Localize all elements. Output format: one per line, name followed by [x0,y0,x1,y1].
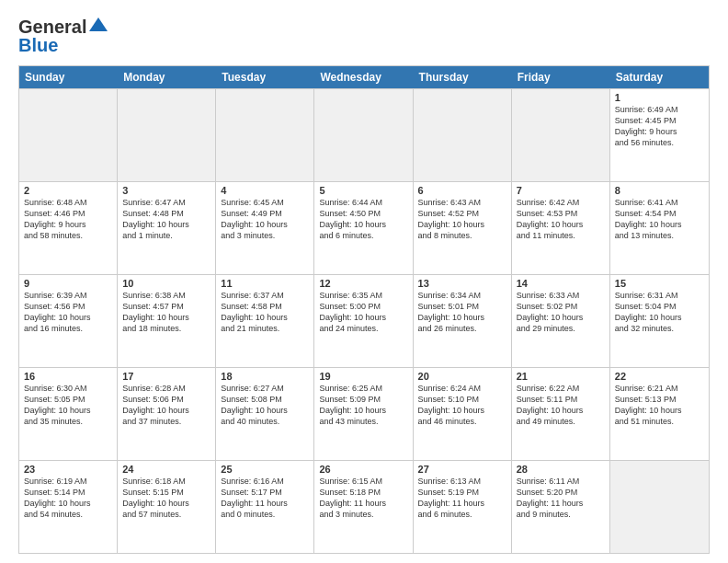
calendar-cell [314,89,413,181]
calendar-cell: 26Sunrise: 6:15 AM Sunset: 5:18 PM Dayli… [314,461,413,553]
day-number: 1 [615,92,704,103]
day-number: 17 [122,371,210,382]
calendar-cell: 13Sunrise: 6:34 AM Sunset: 5:01 PM Dayli… [414,275,512,367]
day-number: 2 [24,185,112,196]
day-info: Sunrise: 6:16 AM Sunset: 5:17 PM Dayligh… [221,476,309,521]
calendar-row: 1Sunrise: 6:49 AM Sunset: 4:45 PM Daylig… [19,88,709,181]
day-info: Sunrise: 6:25 AM Sunset: 5:09 PM Dayligh… [319,383,407,428]
calendar-cell: 7Sunrise: 6:42 AM Sunset: 4:53 PM Daylig… [512,182,610,274]
day-number: 10 [122,278,210,289]
calendar-header-day: Saturday [610,66,709,88]
svg-marker-0 [89,17,108,31]
day-info: Sunrise: 6:19 AM Sunset: 5:14 PM Dayligh… [24,476,112,521]
calendar-header: SundayMondayTuesdayWednesdayThursdayFrid… [19,66,709,88]
page: General Blue SundayMondayTuesdayWednesda… [0,0,728,563]
day-number: 12 [319,278,407,289]
day-info: Sunrise: 6:22 AM Sunset: 5:11 PM Dayligh… [517,383,605,428]
calendar-cell: 14Sunrise: 6:33 AM Sunset: 5:02 PM Dayli… [512,275,610,367]
day-number: 22 [615,371,704,382]
calendar-cell: 1Sunrise: 6:49 AM Sunset: 4:45 PM Daylig… [610,89,709,181]
day-number: 11 [221,278,309,289]
calendar-header-day: Monday [118,66,216,88]
day-number: 21 [517,371,605,382]
day-info: Sunrise: 6:43 AM Sunset: 4:52 PM Dayligh… [418,197,506,242]
calendar-cell: 3Sunrise: 6:47 AM Sunset: 4:48 PM Daylig… [118,182,216,274]
calendar-row: 2Sunrise: 6:48 AM Sunset: 4:46 PM Daylig… [19,181,709,274]
calendar-body: 1Sunrise: 6:49 AM Sunset: 4:45 PM Daylig… [19,88,709,553]
calendar-cell: 22Sunrise: 6:21 AM Sunset: 5:13 PM Dayli… [610,368,709,460]
calendar-cell: 15Sunrise: 6:31 AM Sunset: 5:04 PM Dayli… [610,275,709,367]
day-info: Sunrise: 6:28 AM Sunset: 5:06 PM Dayligh… [122,383,210,428]
calendar-header-day: Sunday [19,66,118,88]
calendar-cell: 23Sunrise: 6:19 AM Sunset: 5:14 PM Dayli… [19,461,118,553]
calendar-cell: 12Sunrise: 6:35 AM Sunset: 5:00 PM Dayli… [314,275,413,367]
day-info: Sunrise: 6:39 AM Sunset: 4:56 PM Dayligh… [24,290,112,335]
calendar-cell: 5Sunrise: 6:44 AM Sunset: 4:50 PM Daylig… [314,182,413,274]
calendar-cell: 21Sunrise: 6:22 AM Sunset: 5:11 PM Dayli… [512,368,610,460]
day-info: Sunrise: 6:45 AM Sunset: 4:49 PM Dayligh… [221,197,309,242]
logo-icon [86,15,110,39]
day-info: Sunrise: 6:47 AM Sunset: 4:48 PM Dayligh… [122,197,210,242]
calendar-cell: 20Sunrise: 6:24 AM Sunset: 5:10 PM Dayli… [414,368,512,460]
day-number: 19 [319,371,407,382]
calendar-row: 9Sunrise: 6:39 AM Sunset: 4:56 PM Daylig… [19,274,709,367]
logo-blue-text: Blue [18,35,58,56]
day-info: Sunrise: 6:37 AM Sunset: 4:58 PM Dayligh… [221,290,309,335]
calendar-cell: 28Sunrise: 6:11 AM Sunset: 5:20 PM Dayli… [512,461,610,553]
day-number: 5 [319,185,407,196]
calendar-cell: 8Sunrise: 6:41 AM Sunset: 4:54 PM Daylig… [610,182,709,274]
day-number: 8 [615,185,704,196]
day-info: Sunrise: 6:15 AM Sunset: 5:18 PM Dayligh… [319,476,407,521]
calendar: SundayMondayTuesdayWednesdayThursdayFrid… [18,65,710,554]
calendar-cell [118,89,216,181]
day-number: 14 [517,278,605,289]
logo: General Blue [18,15,110,56]
day-number: 7 [517,185,605,196]
day-number: 24 [122,464,210,475]
day-number: 3 [122,185,210,196]
day-info: Sunrise: 6:49 AM Sunset: 4:45 PM Dayligh… [615,104,704,149]
calendar-cell: 24Sunrise: 6:18 AM Sunset: 5:15 PM Dayli… [118,461,216,553]
calendar-header-day: Wednesday [314,66,413,88]
day-number: 6 [418,185,506,196]
calendar-cell: 19Sunrise: 6:25 AM Sunset: 5:09 PM Dayli… [314,368,413,460]
day-number: 25 [221,464,309,475]
day-number: 28 [517,464,605,475]
calendar-header-day: Tuesday [216,66,314,88]
day-info: Sunrise: 6:24 AM Sunset: 5:10 PM Dayligh… [418,383,506,428]
day-number: 27 [418,464,506,475]
day-info: Sunrise: 6:21 AM Sunset: 5:13 PM Dayligh… [615,383,704,428]
calendar-row: 16Sunrise: 6:30 AM Sunset: 5:05 PM Dayli… [19,367,709,460]
day-number: 13 [418,278,506,289]
day-info: Sunrise: 6:18 AM Sunset: 5:15 PM Dayligh… [122,476,210,521]
calendar-cell: 4Sunrise: 6:45 AM Sunset: 4:49 PM Daylig… [216,182,314,274]
calendar-cell [216,89,314,181]
day-info: Sunrise: 6:13 AM Sunset: 5:19 PM Dayligh… [418,476,506,521]
day-info: Sunrise: 6:38 AM Sunset: 4:57 PM Dayligh… [122,290,210,335]
calendar-header-day: Friday [512,66,610,88]
day-number: 4 [221,185,309,196]
calendar-cell: 6Sunrise: 6:43 AM Sunset: 4:52 PM Daylig… [414,182,512,274]
calendar-cell: 27Sunrise: 6:13 AM Sunset: 5:19 PM Dayli… [414,461,512,553]
calendar-header-day: Thursday [414,66,512,88]
day-info: Sunrise: 6:35 AM Sunset: 5:00 PM Dayligh… [319,290,407,335]
calendar-cell: 25Sunrise: 6:16 AM Sunset: 5:17 PM Dayli… [216,461,314,553]
calendar-cell: 10Sunrise: 6:38 AM Sunset: 4:57 PM Dayli… [118,275,216,367]
header: General Blue [18,15,710,56]
day-number: 18 [221,371,309,382]
day-info: Sunrise: 6:41 AM Sunset: 4:54 PM Dayligh… [615,197,704,242]
day-number: 16 [24,371,112,382]
calendar-cell [414,89,512,181]
day-info: Sunrise: 6:34 AM Sunset: 5:01 PM Dayligh… [418,290,506,335]
calendar-cell [610,461,709,553]
day-info: Sunrise: 6:42 AM Sunset: 4:53 PM Dayligh… [517,197,605,242]
day-info: Sunrise: 6:31 AM Sunset: 5:04 PM Dayligh… [615,290,704,335]
day-number: 15 [615,278,704,289]
calendar-cell: 9Sunrise: 6:39 AM Sunset: 4:56 PM Daylig… [19,275,118,367]
day-info: Sunrise: 6:33 AM Sunset: 5:02 PM Dayligh… [517,290,605,335]
day-number: 26 [319,464,407,475]
calendar-cell [19,89,118,181]
day-number: 9 [24,278,112,289]
calendar-cell: 2Sunrise: 6:48 AM Sunset: 4:46 PM Daylig… [19,182,118,274]
day-info: Sunrise: 6:27 AM Sunset: 5:08 PM Dayligh… [221,383,309,428]
